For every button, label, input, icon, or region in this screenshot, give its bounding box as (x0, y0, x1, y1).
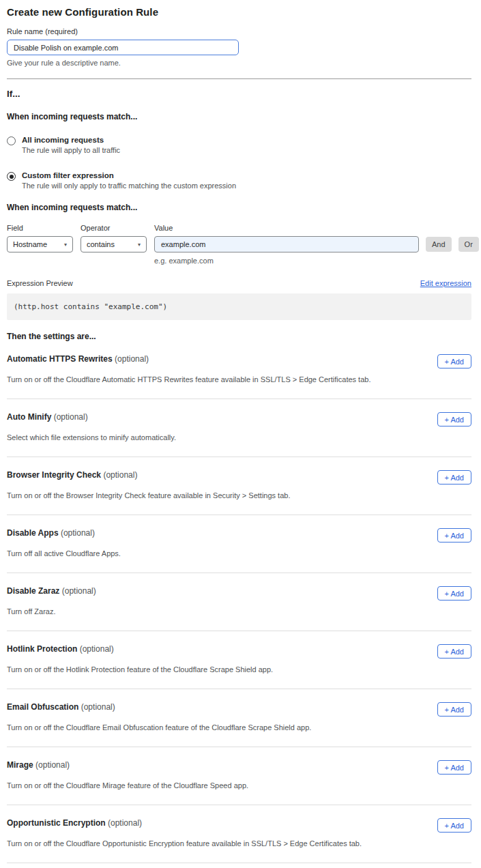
setting-row-disable-zaraz: Disable Zaraz (optional) + Add Turn off … (7, 573, 471, 631)
setting-title: Automatic HTTPS Rewrites (7, 354, 113, 364)
page-title: Create new Configuration Rule (7, 6, 471, 18)
optional-tag: (optional) (35, 760, 70, 770)
expression-builder-heading: When incoming requests match... (7, 203, 471, 212)
setting-row-hotlink-protection: Hotlink Protection (optional) + Add Turn… (7, 631, 471, 689)
radio-checked-icon[interactable] (7, 172, 16, 181)
optional-tag: (optional) (62, 586, 96, 596)
or-button[interactable]: Or (458, 237, 479, 252)
setting-description: Turn on or off the Cloudflare Email Obfu… (7, 723, 416, 732)
setting-row-polish: Polish (optional) ✕ Change the settings … (7, 863, 471, 868)
radio-option-all-incoming-requests[interactable]: All incoming requests The rule will appl… (7, 136, 471, 154)
add-button[interactable]: + Add (437, 354, 471, 368)
setting-title: Opportunistic Encryption (7, 818, 106, 828)
chevron-down-icon: ▾ (64, 242, 67, 248)
optional-tag: (optional) (103, 470, 137, 480)
setting-description: Turn on or off the Cloudflare Opportunis… (7, 839, 416, 848)
add-button[interactable]: + Add (437, 586, 471, 601)
optional-tag: (optional) (108, 818, 142, 828)
setting-title: Disable Zaraz (7, 586, 59, 596)
optional-tag: (optional) (80, 644, 114, 654)
add-button[interactable]: + Add (437, 702, 471, 717)
setting-title: Browser Integrity Check (7, 470, 101, 480)
setting-row-opportunistic-encryption: Opportunistic Encryption (optional) + Ad… (7, 805, 471, 863)
expression-preview-code: (http.host contains "example.com") (7, 293, 471, 320)
field-select[interactable]: Hostname ▾ (7, 236, 73, 252)
if-heading: If... (7, 89, 471, 99)
radio-option-label: All incoming requests (22, 136, 120, 144)
section-divider (7, 78, 471, 79)
operator-label: Operator (81, 224, 154, 232)
setting-title: Email Obfuscation (7, 702, 78, 712)
optional-tag: (optional) (81, 702, 115, 712)
setting-description: Turn on or off the Cloudflare Automatic … (7, 375, 416, 384)
setting-description: Turn on or off the Hotlink Protection fe… (7, 665, 416, 674)
radio-unchecked-icon[interactable] (7, 136, 16, 145)
create-configuration-rule-page: Create new Configuration Rule Rule name … (0, 0, 481, 868)
field-select-value: Hostname (13, 240, 47, 248)
then-settings-heading: Then the settings are... (7, 332, 471, 341)
rule-name-label: Rule name (required) (7, 27, 471, 35)
field-label: Field (7, 224, 81, 232)
add-button[interactable]: + Add (437, 412, 471, 426)
operator-select-value: contains (87, 240, 115, 248)
expression-preview-label: Expression Preview (7, 279, 73, 287)
setting-row-mirage: Mirage (optional) + Add Turn on or off t… (7, 747, 471, 805)
setting-title: Disable Apps (7, 528, 59, 538)
setting-row-disable-apps: Disable Apps (optional) + Add Turn off a… (7, 515, 471, 573)
rule-name-help: Give your rule a descriptive name. (7, 59, 471, 67)
optional-tag: (optional) (54, 412, 88, 422)
add-button[interactable]: + Add (437, 644, 471, 659)
incoming-requests-match-heading: When incoming requests match... (7, 112, 471, 121)
add-button[interactable]: + Add (437, 818, 471, 833)
setting-row-auto-minify: Auto Minify (optional) + Add Select whic… (7, 399, 471, 457)
setting-row-browser-integrity-check: Browser Integrity Check (optional) + Add… (7, 457, 471, 515)
optional-tag: (optional) (115, 354, 149, 364)
setting-description: Turn on or off the Cloudflare Mirage fea… (7, 781, 416, 790)
setting-title: Hotlink Protection (7, 644, 77, 654)
value-label: Value (154, 224, 419, 232)
radio-option-description: The rule will only apply to traffic matc… (22, 182, 236, 190)
radio-option-description: The rule will apply to all traffic (22, 146, 120, 154)
setting-description: Turn on or off the Browser Integrity Che… (7, 491, 416, 500)
rule-name-input[interactable] (7, 40, 239, 55)
edit-expression-link[interactable]: Edit expression (420, 279, 471, 287)
setting-description: Turn off Zaraz. (7, 607, 416, 616)
setting-title: Mirage (7, 760, 33, 770)
expression-builder: Field Hostname ▾ Operator contains ▾ Val… (7, 224, 471, 265)
add-button[interactable]: + Add (437, 760, 471, 775)
add-button[interactable]: + Add (437, 528, 471, 542)
setting-description: Turn off all active Cloudflare Apps. (7, 549, 416, 558)
value-input[interactable] (154, 236, 419, 252)
add-button[interactable]: + Add (437, 470, 471, 484)
setting-description: Select which file extensions to minify a… (7, 433, 416, 442)
operator-select[interactable]: contains ▾ (81, 236, 147, 252)
radio-option-label: Custom filter expression (22, 171, 236, 179)
optional-tag: (optional) (61, 528, 95, 538)
value-help: e.g. example.com (154, 257, 471, 265)
setting-row-automatic-https-rewrites: Automatic HTTPS Rewrites (optional) + Ad… (7, 341, 471, 399)
setting-title: Auto Minify (7, 412, 51, 422)
and-button[interactable]: And (426, 237, 452, 252)
chevron-down-icon: ▾ (138, 242, 141, 248)
setting-row-email-obfuscation: Email Obfuscation (optional) + Add Turn … (7, 689, 471, 747)
radio-option-custom-filter-expression[interactable]: Custom filter expression The rule will o… (7, 171, 471, 190)
